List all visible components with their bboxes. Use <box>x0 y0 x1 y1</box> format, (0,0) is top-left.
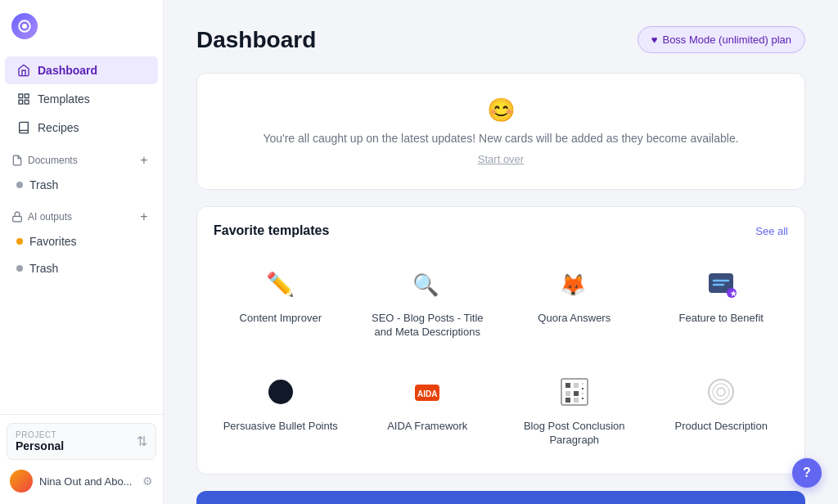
update-text: You're all caught up on the latest updat… <box>214 132 788 145</box>
page-title: Dashboard <box>196 27 316 53</box>
gear-icon[interactable]: ⚙ <box>142 475 153 488</box>
seo-blog-icon: 🔍 <box>408 264 447 304</box>
avatar <box>10 470 33 493</box>
ai-trash-dot <box>16 265 23 272</box>
svg-rect-5 <box>19 100 23 104</box>
svg-rect-21 <box>565 391 570 396</box>
swag-banner: Want Jasper Swag? Are you a content writ… <box>196 491 805 504</box>
heart-icon: ♥ <box>651 34 658 46</box>
add-document-button[interactable]: + <box>137 153 151 168</box>
main-content: Dashboard ♥ Boss Mode (unlimited) plan 😊… <box>164 0 838 504</box>
svg-rect-26 <box>582 388 583 389</box>
update-card: 😊 You're all caught up on the latest upd… <box>196 73 805 190</box>
document-icon <box>11 155 23 166</box>
svg-point-31 <box>717 388 725 396</box>
documents-section-header: Documents + <box>0 146 163 171</box>
templates-grid: ✏️ Content Improver 🔍 SEO - Blog Posts -… <box>214 254 788 457</box>
svg-point-15 <box>268 380 293 404</box>
aida-icon: AIDA <box>408 372 447 412</box>
svg-rect-22 <box>574 391 579 396</box>
chevron-updown-icon: ⇅ <box>137 434 147 449</box>
svg-rect-6 <box>13 216 22 221</box>
svg-rect-3 <box>25 94 29 98</box>
svg-rect-25 <box>582 383 583 385</box>
add-ai-output-button[interactable]: + <box>137 209 151 224</box>
templates-card-title: Favorite templates <box>214 223 329 238</box>
project-label: PROJECT <box>16 430 64 439</box>
svg-rect-4 <box>25 100 29 104</box>
app-logo <box>11 13 38 39</box>
sidebar-item-favorites[interactable]: Favorites <box>5 228 158 254</box>
ai-outputs-section-header: AI outputs + <box>0 203 163 227</box>
svg-text:AIDA: AIDA <box>417 389 437 398</box>
see-all-link[interactable]: See all <box>755 225 788 237</box>
sidebar-nav: Dashboard Templates Recipes <box>0 52 163 414</box>
feature-benefit-icon: ★ <box>701 264 741 304</box>
ai-outputs-icon <box>11 211 23 223</box>
persuasive-bullet-icon <box>261 372 300 412</box>
svg-rect-24 <box>574 398 579 403</box>
sidebar-item-dashboard[interactable]: Dashboard <box>5 56 158 84</box>
sidebar-item-templates[interactable]: Templates <box>5 85 158 113</box>
blog-conclusion-icon <box>555 372 594 412</box>
svg-text:🦊: 🦊 <box>560 272 587 298</box>
svg-point-1 <box>22 24 27 29</box>
quora-icon: 🦊 <box>555 264 594 304</box>
user-row: Nina Out and Abo... ⚙ <box>7 466 156 496</box>
user-name: Nina Out and Abo... <box>39 475 136 488</box>
content-improver-icon: ✏️ <box>261 264 300 304</box>
sidebar-item-ai-trash[interactable]: Trash <box>5 255 158 281</box>
svg-rect-28 <box>582 398 583 399</box>
sidebar-item-docs-trash[interactable]: Trash <box>5 172 158 198</box>
template-content-improver[interactable]: ✏️ Content Improver <box>214 254 348 349</box>
template-seo-blog[interactable]: 🔍 SEO - Blog Posts - Title and Meta Desc… <box>361 254 495 349</box>
home-icon <box>16 63 31 78</box>
logo-area <box>0 0 163 52</box>
svg-text:★: ★ <box>730 290 737 298</box>
template-product-description[interactable]: Product Description <box>655 362 789 457</box>
template-blog-conclusion[interactable]: Blog Post Conclusion Paragraph <box>507 362 642 457</box>
product-description-icon <box>701 372 741 412</box>
svg-rect-2 <box>19 94 23 98</box>
template-persuasive-bullet[interactable]: Persuasive Bullet Points <box>214 362 348 457</box>
project-selector[interactable]: PROJECT Personal ⇅ <box>7 423 156 460</box>
sidebar-item-recipes[interactable]: Recipes <box>5 114 158 142</box>
template-quora[interactable]: 🦊 Quora Answers <box>507 254 642 349</box>
svg-point-30 <box>713 384 729 400</box>
templates-card-header: Favorite templates See all <box>214 223 788 238</box>
favorite-templates-card: Favorite templates See all ✏️ Content Im… <box>196 206 805 475</box>
main-header: Dashboard ♥ Boss Mode (unlimited) plan <box>196 26 805 53</box>
svg-text:✏️: ✏️ <box>266 271 295 298</box>
project-name: Personal <box>16 439 64 452</box>
template-aida[interactable]: AIDA AIDA Framework <box>361 362 495 457</box>
book-icon <box>16 120 31 135</box>
svg-text:🔍: 🔍 <box>412 272 439 298</box>
template-feature-benefit[interactable]: ★ Feature to Benefit <box>655 254 789 349</box>
trash-dot <box>16 182 23 188</box>
start-over-link[interactable]: Start over <box>478 153 524 165</box>
svg-rect-27 <box>582 393 583 394</box>
update-emoji: 😊 <box>214 97 788 124</box>
boss-mode-badge[interactable]: ♥ Boss Mode (unlimited) plan <box>638 26 805 53</box>
sidebar-footer: PROJECT Personal ⇅ Nina Out and Abo... ⚙ <box>0 414 163 504</box>
svg-rect-23 <box>565 398 570 403</box>
svg-rect-19 <box>565 383 570 388</box>
sidebar: Dashboard Templates Recipes <box>0 0 164 504</box>
grid-icon <box>16 92 31 106</box>
help-bubble[interactable]: ? <box>792 458 822 488</box>
favorites-dot <box>16 238 23 245</box>
svg-rect-20 <box>574 383 579 388</box>
